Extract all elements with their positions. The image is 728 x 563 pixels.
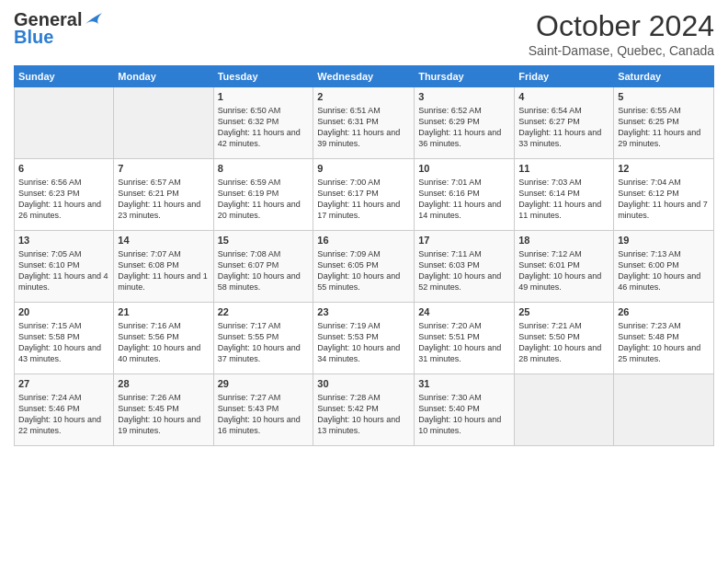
logo: General Blue	[14, 9, 104, 48]
day-number: 17	[418, 234, 510, 247]
calendar-table: SundayMondayTuesdayWednesdayThursdayFrid…	[14, 65, 714, 446]
day-info: Sunrise: 7:04 AM Sunset: 6:12 PM Dayligh…	[618, 177, 710, 222]
day-number: 16	[317, 234, 410, 247]
day-info: Sunrise: 7:30 AM Sunset: 5:40 PM Dayligh…	[418, 392, 510, 437]
day-number: 13	[18, 234, 109, 247]
day-number: 12	[618, 162, 710, 176]
calendar-cell: 13Sunrise: 7:05 AM Sunset: 6:10 PM Dayli…	[15, 231, 114, 303]
calendar-cell: 4Sunrise: 6:54 AM Sunset: 6:27 PM Daylig…	[515, 87, 614, 159]
calendar-cell	[15, 87, 114, 159]
day-number: 24	[418, 305, 510, 319]
calendar-cell: 29Sunrise: 7:27 AM Sunset: 5:43 PM Dayli…	[213, 374, 313, 446]
day-number: 11	[518, 162, 609, 176]
calendar-cell: 22Sunrise: 7:17 AM Sunset: 5:55 PM Dayli…	[213, 303, 313, 374]
day-info: Sunrise: 6:56 AM Sunset: 6:23 PM Dayligh…	[18, 177, 109, 222]
calendar-cell: 8Sunrise: 6:59 AM Sunset: 6:19 PM Daylig…	[213, 159, 313, 231]
day-info: Sunrise: 7:24 AM Sunset: 5:46 PM Dayligh…	[18, 392, 109, 437]
location: Saint-Damase, Quebec, Canada	[529, 43, 714, 58]
day-number: 4	[518, 90, 609, 104]
weekday-header-friday: Friday	[515, 66, 614, 87]
calendar-cell	[114, 87, 213, 159]
calendar-cell: 30Sunrise: 7:28 AM Sunset: 5:42 PM Dayli…	[313, 374, 415, 446]
day-info: Sunrise: 7:09 AM Sunset: 6:05 PM Dayligh…	[317, 248, 410, 293]
title-block: October 2024 Saint-Damase, Quebec, Canad…	[529, 9, 714, 58]
calendar-cell: 20Sunrise: 7:15 AM Sunset: 5:58 PM Dayli…	[15, 303, 114, 374]
calendar-cell: 25Sunrise: 7:21 AM Sunset: 5:50 PM Dayli…	[515, 303, 614, 374]
calendar-cell: 3Sunrise: 6:52 AM Sunset: 6:29 PM Daylig…	[415, 87, 515, 159]
day-number: 31	[418, 377, 510, 391]
calendar-week-row: 13Sunrise: 7:05 AM Sunset: 6:10 PM Dayli…	[15, 231, 714, 303]
day-info: Sunrise: 7:21 AM Sunset: 5:50 PM Dayligh…	[518, 320, 609, 365]
day-number: 20	[18, 305, 109, 319]
calendar-cell: 2Sunrise: 6:51 AM Sunset: 6:31 PM Daylig…	[313, 87, 415, 159]
calendar-cell	[614, 374, 714, 446]
calendar-cell	[515, 374, 614, 446]
day-info: Sunrise: 7:11 AM Sunset: 6:03 PM Dayligh…	[418, 248, 510, 293]
day-info: Sunrise: 6:51 AM Sunset: 6:31 PM Dayligh…	[317, 105, 410, 150]
calendar-cell: 16Sunrise: 7:09 AM Sunset: 6:05 PM Dayli…	[313, 231, 415, 303]
day-number: 25	[518, 305, 609, 319]
calendar-cell: 5Sunrise: 6:55 AM Sunset: 6:25 PM Daylig…	[614, 87, 714, 159]
day-number: 19	[618, 234, 710, 247]
day-info: Sunrise: 6:54 AM Sunset: 6:27 PM Dayligh…	[518, 105, 609, 150]
logo-blue: Blue	[14, 27, 53, 48]
day-number: 1	[218, 90, 310, 104]
day-info: Sunrise: 7:15 AM Sunset: 5:58 PM Dayligh…	[18, 320, 109, 365]
calendar-header-row: SundayMondayTuesdayWednesdayThursdayFrid…	[15, 66, 714, 87]
day-info: Sunrise: 6:52 AM Sunset: 6:29 PM Dayligh…	[418, 105, 510, 150]
weekday-header-sunday: Sunday	[15, 66, 114, 87]
calendar-cell: 19Sunrise: 7:13 AM Sunset: 6:00 PM Dayli…	[614, 231, 714, 303]
calendar-cell: 18Sunrise: 7:12 AM Sunset: 6:01 PM Dayli…	[515, 231, 614, 303]
day-number: 6	[18, 162, 109, 176]
calendar-cell: 1Sunrise: 6:50 AM Sunset: 6:32 PM Daylig…	[213, 87, 313, 159]
day-info: Sunrise: 6:57 AM Sunset: 6:21 PM Dayligh…	[118, 177, 209, 222]
day-info: Sunrise: 7:05 AM Sunset: 6:10 PM Dayligh…	[18, 248, 109, 293]
day-info: Sunrise: 6:59 AM Sunset: 6:19 PM Dayligh…	[218, 177, 310, 222]
day-info: Sunrise: 6:50 AM Sunset: 6:32 PM Dayligh…	[218, 105, 310, 150]
day-info: Sunrise: 7:23 AM Sunset: 5:48 PM Dayligh…	[618, 320, 710, 365]
day-number: 23	[317, 305, 410, 319]
weekday-header-wednesday: Wednesday	[313, 66, 415, 87]
weekday-header-saturday: Saturday	[614, 66, 714, 87]
day-number: 3	[418, 90, 510, 104]
calendar-cell: 24Sunrise: 7:20 AM Sunset: 5:51 PM Dayli…	[415, 303, 515, 374]
day-info: Sunrise: 7:01 AM Sunset: 6:16 PM Dayligh…	[418, 177, 510, 222]
day-number: 21	[118, 305, 209, 319]
day-number: 18	[518, 234, 609, 247]
day-info: Sunrise: 7:16 AM Sunset: 5:56 PM Dayligh…	[118, 320, 209, 365]
day-info: Sunrise: 7:12 AM Sunset: 6:01 PM Dayligh…	[518, 248, 609, 293]
day-info: Sunrise: 7:00 AM Sunset: 6:17 PM Dayligh…	[317, 177, 410, 222]
calendar-week-row: 27Sunrise: 7:24 AM Sunset: 5:46 PM Dayli…	[15, 374, 714, 446]
day-info: Sunrise: 7:03 AM Sunset: 6:14 PM Dayligh…	[518, 177, 609, 222]
day-info: Sunrise: 6:55 AM Sunset: 6:25 PM Dayligh…	[618, 105, 710, 150]
calendar-week-row: 1Sunrise: 6:50 AM Sunset: 6:32 PM Daylig…	[15, 87, 714, 159]
day-number: 7	[118, 162, 209, 176]
calendar-week-row: 6Sunrise: 6:56 AM Sunset: 6:23 PM Daylig…	[15, 159, 714, 231]
calendar-cell: 11Sunrise: 7:03 AM Sunset: 6:14 PM Dayli…	[515, 159, 614, 231]
calendar-cell: 14Sunrise: 7:07 AM Sunset: 6:08 PM Dayli…	[114, 231, 213, 303]
day-number: 27	[18, 377, 109, 391]
calendar-cell: 6Sunrise: 6:56 AM Sunset: 6:23 PM Daylig…	[15, 159, 114, 231]
day-number: 5	[618, 90, 710, 104]
weekday-header-tuesday: Tuesday	[213, 66, 313, 87]
calendar-cell: 28Sunrise: 7:26 AM Sunset: 5:45 PM Dayli…	[114, 374, 213, 446]
weekday-header-thursday: Thursday	[415, 66, 515, 87]
calendar-cell: 27Sunrise: 7:24 AM Sunset: 5:46 PM Dayli…	[15, 374, 114, 446]
day-number: 22	[218, 305, 310, 319]
logo-bird-icon	[84, 11, 104, 26]
calendar-cell: 10Sunrise: 7:01 AM Sunset: 6:16 PM Dayli…	[415, 159, 515, 231]
day-number: 9	[317, 162, 410, 176]
day-number: 14	[118, 234, 209, 247]
calendar-cell: 21Sunrise: 7:16 AM Sunset: 5:56 PM Dayli…	[114, 303, 213, 374]
day-info: Sunrise: 7:20 AM Sunset: 5:51 PM Dayligh…	[418, 320, 510, 365]
day-info: Sunrise: 7:27 AM Sunset: 5:43 PM Dayligh…	[218, 392, 310, 437]
calendar-cell: 23Sunrise: 7:19 AM Sunset: 5:53 PM Dayli…	[313, 303, 415, 374]
day-number: 28	[118, 377, 209, 391]
day-info: Sunrise: 7:17 AM Sunset: 5:55 PM Dayligh…	[218, 320, 310, 365]
day-number: 26	[618, 305, 710, 319]
day-info: Sunrise: 7:08 AM Sunset: 6:07 PM Dayligh…	[218, 248, 310, 293]
day-number: 15	[218, 234, 310, 247]
weekday-header-monday: Monday	[114, 66, 213, 87]
calendar-cell: 15Sunrise: 7:08 AM Sunset: 6:07 PM Dayli…	[213, 231, 313, 303]
day-number: 10	[418, 162, 510, 176]
